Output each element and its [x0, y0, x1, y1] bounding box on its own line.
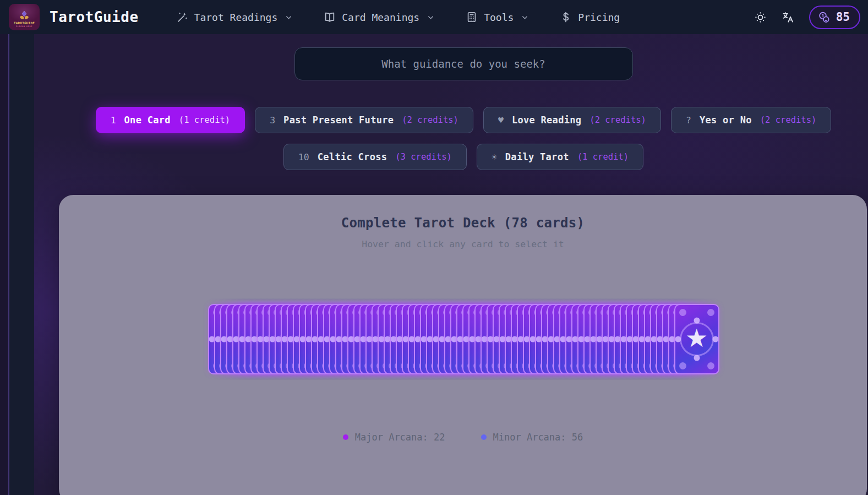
language-button[interactable]	[782, 11, 794, 24]
app-logo[interactable]: TAROTGUIDE SLOGAN HERE	[9, 4, 40, 30]
reading-type-love-reading[interactable]: ♥Love Reading(2 credits)	[483, 107, 661, 133]
deck-subtitle: Hover and click any card to select it	[362, 239, 564, 249]
heart-icon: ♥	[498, 115, 504, 126]
card-corner-dot	[707, 362, 714, 369]
spread-card-count: 10	[298, 152, 309, 162]
card-ring-dot	[694, 355, 700, 361]
tarot-hands-icon	[19, 10, 30, 20]
logo-title: TAROTGUIDE	[14, 21, 35, 25]
legend-item: Minor Arcana: 56	[481, 432, 583, 443]
card-ring-dot	[694, 318, 700, 324]
card-corner-dot	[679, 309, 686, 316]
reading-type-row-1: 1One Card(1 credit)3Past Present Future(…	[59, 107, 868, 133]
reading-type-one-card[interactable]: 1One Card(1 credit)	[96, 107, 245, 133]
reading-type-label: Celtic Cross	[318, 151, 387, 162]
main-nav: Tarot ReadingsCard MeaningsToolsPricing	[176, 11, 620, 23]
coins-icon	[817, 10, 831, 24]
calculator-icon	[466, 11, 478, 23]
reading-type-label: One Card	[124, 115, 171, 126]
navbar-actions: 85	[754, 6, 860, 29]
reading-type-yes-or-no[interactable]: ?Yes or No(2 credits)	[671, 107, 831, 133]
card-ring-dot	[675, 336, 681, 342]
chevron-down-icon	[521, 13, 529, 21]
nav-item-tarot-readings[interactable]: Tarot Readings	[176, 11, 293, 23]
nav-item-label: Tools	[484, 12, 514, 23]
nav-item-card-meanings[interactable]: Card Meanings	[324, 11, 435, 23]
nav-item-tools[interactable]: Tools	[466, 11, 529, 23]
deck-title: Complete Tarot Deck (78 cards)	[341, 215, 585, 231]
navbar: TAROTGUIDE SLOGAN HERE TarotGuide Tarot …	[0, 0, 868, 34]
tarot-card[interactable]: ★	[674, 304, 719, 374]
card-corner-dot	[679, 362, 686, 369]
translate-icon	[782, 11, 794, 24]
nav-item-label: Tarot Readings	[194, 12, 278, 23]
deck-legend: Major Arcana: 22Minor Arcana: 56	[343, 432, 583, 443]
guidance-search-input[interactable]	[294, 47, 633, 80]
brand-name[interactable]: TarotGuide	[50, 9, 139, 25]
nav-item-label: Card Meanings	[342, 12, 419, 23]
legend-dot-icon	[481, 434, 487, 440]
reading-type-row-2: 10Celtic Cross(3 credits)☀Daily Tarot(1 …	[59, 144, 868, 170]
star-icon: ★	[685, 325, 708, 351]
left-rail-track	[0, 34, 8, 495]
main-content: 1One Card(1 credit)3Past Present Future(…	[34, 34, 868, 495]
reading-type-cost: (3 credits)	[395, 152, 452, 162]
search-wrap	[59, 47, 868, 80]
logo-slogan: SLOGAN HERE	[16, 25, 32, 28]
nav-item-pricing[interactable]: Pricing	[560, 11, 620, 23]
left-rail	[0, 34, 34, 495]
theme-toggle-button[interactable]	[754, 11, 767, 24]
reading-type-label: Past Present Future	[283, 115, 394, 126]
card-corner-dot	[707, 309, 714, 316]
reading-type-daily-tarot[interactable]: ☀Daily Tarot(1 credit)	[477, 144, 643, 170]
reading-type-cost: (2 credits)	[760, 115, 817, 125]
reading-type-label: Daily Tarot	[505, 151, 569, 162]
wand-icon	[176, 11, 188, 23]
legend-item: Major Arcana: 22	[343, 432, 445, 443]
spread-card-count: 3	[270, 115, 275, 126]
card-ring-dot	[712, 336, 718, 342]
reading-type-cost: (2 credits)	[589, 115, 646, 125]
reading-type-cost: (2 credits)	[402, 115, 458, 125]
reading-type-celtic-cross[interactable]: 10Celtic Cross(3 credits)	[283, 144, 467, 170]
reading-type-past-present-future[interactable]: 3Past Present Future(2 credits)	[255, 107, 473, 133]
chevron-down-icon	[427, 13, 435, 21]
reading-type-label: Yes or No	[700, 115, 752, 126]
legend-label: Minor Arcana: 56	[493, 432, 583, 443]
chevron-down-icon	[285, 13, 293, 21]
left-rail-panel[interactable]	[9, 34, 34, 495]
book-icon	[324, 11, 336, 23]
legend-label: Major Arcana: 22	[355, 432, 445, 443]
question-icon: ?	[686, 115, 691, 126]
reading-type-cost: (1 credit)	[179, 115, 230, 125]
dollar-icon	[560, 11, 572, 23]
sun-icon	[754, 11, 767, 24]
reading-type-cost: (1 credit)	[577, 152, 629, 162]
spread-card-count: 1	[111, 115, 116, 126]
credits-count: 85	[836, 10, 850, 24]
reading-type-label: Love Reading	[512, 115, 581, 126]
legend-dot-icon	[343, 434, 348, 440]
deck-panel: Complete Tarot Deck (78 cards) Hover and…	[59, 195, 867, 495]
credits-badge[interactable]: 85	[809, 6, 860, 29]
tarot-deck: ★★★★★★★★★★★★★★★★★★★★★★★★★★★★★★★★★★★★★★★★…	[207, 304, 719, 374]
sun-icon: ☀	[492, 152, 497, 162]
nav-item-label: Pricing	[578, 12, 620, 23]
